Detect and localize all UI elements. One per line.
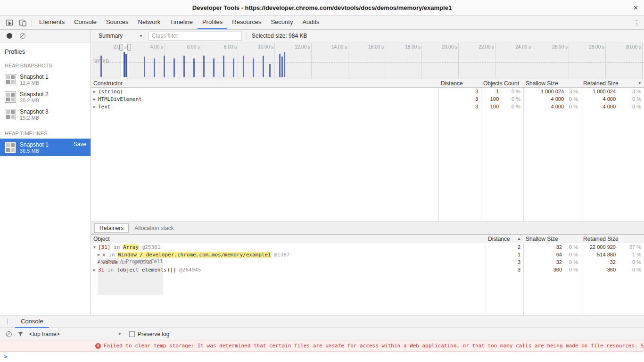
tab-elements[interactable]: Elements	[34, 16, 69, 29]
constructor-name-cell: ▶(string)	[91, 89, 438, 95]
distance-value: 3	[475, 104, 478, 109]
shallow-size-percent: 0 %	[562, 267, 578, 272]
profile-item-snapshot-2[interactable]: Snapshot 220.2 MB	[0, 88, 91, 106]
error-text: Failed to clear temp storage: It was det…	[104, 343, 644, 349]
column-label: Objects Count	[483, 80, 519, 87]
retainer-property-name: x	[102, 252, 106, 258]
cell-shallow-size: 4 0000 %	[523, 104, 581, 109]
clear-profiles-icon[interactable]	[20, 33, 25, 39]
retainer-row[interactable]: ▶31 in (object elements)[] @26494533600 …	[91, 266, 644, 273]
class-filter-input[interactable]	[149, 32, 242, 41]
objects-count-value: 100	[490, 96, 499, 102]
chevron-down-icon: ▼	[118, 332, 122, 336]
shallow-size-value: 64	[556, 252, 562, 257]
column-header-shallow-size[interactable]: Shallow Size	[523, 79, 581, 87]
preserve-log-checkbox[interactable]	[129, 331, 135, 337]
more-options-icon[interactable]: ⋮	[630, 19, 644, 26]
clear-console-icon[interactable]	[6, 331, 12, 337]
column-header-retained-size[interactable]: Retained Size	[581, 235, 644, 243]
selection-handle-left[interactable]	[121, 43, 121, 79]
profile-item-snapshot-3[interactable]: Snapshot 319.2 MB	[0, 106, 91, 123]
tab-audits[interactable]: Audits	[297, 16, 324, 29]
constructor-row-text[interactable]: ▶Text31000 %4 0000 %4 0000 %	[91, 103, 644, 110]
tab-sources[interactable]: Sources	[101, 16, 133, 29]
timeline-tick-label: 14.00 s	[331, 44, 347, 49]
constructor-section: ConstructorDistanceObjects CountShallow …	[91, 79, 644, 222]
devtools-tabbar: ElementsConsoleSourcesNetworkTimelinePro…	[0, 16, 644, 30]
device-toolbar-icon[interactable]	[16, 16, 29, 29]
tab-network[interactable]: Network	[133, 16, 165, 29]
column-header-retained-size[interactable]: Retained Size▼	[581, 79, 644, 87]
tab-timeline[interactable]: Timeline	[165, 16, 198, 29]
filter-icon[interactable]	[17, 331, 24, 337]
shallow-size-percent: 0 %	[562, 244, 578, 250]
objects-count-percent: 0 %	[499, 104, 520, 109]
column-header-shallow-size[interactable]: Shallow Size	[523, 235, 581, 243]
console-tabstrip: ⋮ Console	[0, 315, 644, 328]
profile-item-snapshot-1[interactable]: Snapshot 136.5 MBSave	[0, 139, 91, 156]
retainer-property-name: [31]	[98, 244, 111, 250]
retained-size-value: 360	[607, 267, 616, 272]
heap-timeline-overview[interactable]: 500 KB 2.00 s4.00 s6.00 s8.00 s10.00 s12…	[91, 43, 644, 79]
cell-distance: 3	[486, 267, 523, 272]
selection-handle-right[interactable]	[129, 43, 129, 79]
retainers-table-body: ▼[31] in Array @253812320 %22 000 92057 …	[91, 243, 644, 273]
console-prompt[interactable]: >	[0, 352, 644, 362]
retainer-object-id: @1387	[271, 252, 290, 258]
sidebar-sections: HEAP SNAPSHOTSSnapshot 112.4 MBSnapshot …	[0, 55, 91, 156]
save-link[interactable]: Save	[74, 141, 86, 148]
error-icon: ✕	[95, 343, 101, 349]
tab-retainers[interactable]: Retainers	[94, 223, 129, 233]
constructor-row-htmldivelement[interactable]: ▶HTMLDivElement31000 %4 0000 %4 0000 %	[91, 95, 644, 103]
profile-item-snapshot-1[interactable]: Snapshot 112.4 MB	[0, 71, 91, 88]
console-error-message: ✕ Failed to clear temp storage: It was d…	[0, 340, 644, 352]
record-icon[interactable]	[7, 33, 12, 39]
column-label: Object	[93, 236, 110, 242]
shallow-size-value: 32	[556, 244, 562, 250]
window-title: Developer Tools - https://developer.chro…	[192, 4, 452, 11]
profile-text: Snapshot 319.2 MB	[20, 108, 49, 121]
timeline-tick-label: 26.00 s	[552, 44, 568, 49]
drawer-menu-icon[interactable]: ⋮	[0, 318, 15, 325]
profile-text: Snapshot 136.5 MB	[20, 141, 49, 154]
column-header-constructor[interactable]: Constructor	[91, 79, 438, 87]
cell-retained-size: 320 %	[581, 259, 644, 265]
inspect-element-icon[interactable]	[3, 16, 16, 29]
column-label: Distance	[441, 80, 463, 87]
column-header-object[interactable]: Object	[91, 235, 486, 243]
retainer-row[interactable]: ▶x in Window / developer.chrome.com…mos/…	[91, 251, 644, 258]
section-heading-heap-timelines: HEAP TIMELINES	[0, 123, 91, 139]
retainer-object-cell: ▼[31] in Array @25381	[91, 244, 486, 250]
execution-context-select[interactable]: <top frame> ▼	[29, 331, 122, 337]
retained-size-value: 4 000	[603, 104, 616, 109]
retainer-object-name: system / PropertyCell	[98, 259, 163, 265]
view-mode-select[interactable]: Summary ▼	[99, 33, 143, 39]
tab-security[interactable]: Security	[266, 16, 297, 29]
retainer-property-name: 31	[98, 267, 104, 273]
retainer-keyword: in	[104, 267, 117, 273]
distance-value: 3	[518, 267, 520, 272]
retained-size-percent: 0 %	[616, 104, 641, 109]
console-tab[interactable]: Console	[15, 315, 49, 328]
tab-console[interactable]: Console	[69, 16, 101, 29]
cell-distance: 3	[438, 89, 481, 94]
profile-title: Snapshot 3	[20, 108, 49, 115]
retained-size-value: 514 880	[597, 252, 616, 257]
retainer-object-id: @264945	[176, 267, 201, 273]
context-label: <top frame>	[29, 331, 60, 337]
tab-allocation-stack[interactable]: Allocation stack	[130, 224, 178, 232]
tab-resources[interactable]: Resources	[227, 16, 266, 29]
constructor-row--string-[interactable]: ▶(string)310 %1 000 0243 %1 000 0243 %	[91, 88, 644, 95]
column-header-objects-count[interactable]: Objects Count	[481, 79, 523, 87]
retained-size-percent: 3 %	[616, 89, 641, 94]
shallow-size-value: 32	[556, 259, 562, 265]
close-icon[interactable]: ✕	[633, 4, 638, 11]
column-header-distance[interactable]: Distance▲	[486, 235, 523, 243]
tab-profiles[interactable]: Profiles	[198, 16, 227, 29]
timeline-tick-label: 28.00 s	[589, 44, 604, 49]
column-header-distance[interactable]: Distance	[438, 79, 481, 87]
distance-value: 2	[518, 244, 520, 250]
divider	[247, 32, 247, 40]
retainer-row[interactable]: ▼[31] in Array @253812320 %22 000 92057 …	[91, 243, 644, 251]
retainer-row[interactable]: ▶value in system / PropertyCell @4859333…	[91, 258, 644, 266]
